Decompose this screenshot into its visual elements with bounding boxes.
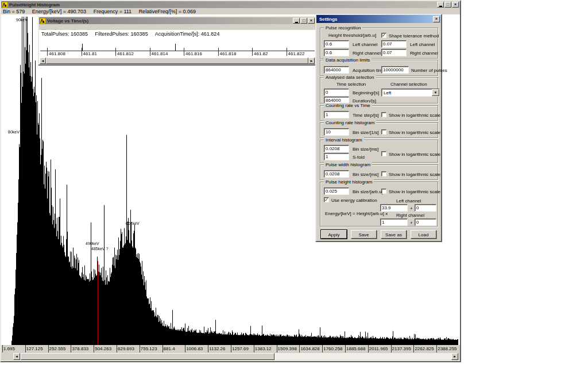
load-button[interactable]: Load: [411, 230, 436, 239]
height-threshold-label: Height threshold/[arb.u]: [328, 33, 376, 38]
x-axis-tick: [2, 345, 3, 352]
crh-bin-size-input[interactable]: [324, 128, 349, 136]
group-analysed-data: Analysed data selection Time selection C…: [320, 77, 438, 103]
height-threshold-right-input[interactable]: [324, 49, 349, 56]
voltage-axis-label: 461.818: [220, 51, 237, 56]
voltage-content: TotalPulses: 160385 FilteredPulses: 1603…: [39, 30, 316, 64]
group-pulse-width-histogram: Pulse width histogram Bin size/[ms] Show…: [320, 164, 438, 180]
check-icon: ✓: [381, 33, 386, 38]
save-button[interactable]: Save: [351, 230, 377, 239]
x-axis-tick-label: 127.125: [26, 346, 43, 351]
sfold-input[interactable]: [324, 153, 349, 160]
scrollbar-track[interactable]: [274, 353, 451, 360]
tolerance-left-input[interactable]: [381, 40, 407, 48]
group-data-acquisition: Data acquisition limits Acquisition time…: [320, 60, 438, 76]
x-axis-tick: [254, 345, 254, 352]
checkbox-box: [381, 112, 386, 117]
x-axis-tick: [185, 345, 185, 352]
voltage-h-scrollbar[interactable]: ◄ ►: [40, 57, 315, 64]
sfold-label: S-fold: [353, 155, 365, 160]
cal-right-mult-input[interactable]: [380, 218, 408, 226]
pwh-bin-size-input[interactable]: [324, 170, 349, 178]
crh-bin-size-label: Bin size/[1/s]: [353, 130, 378, 135]
cal-left-add-input[interactable]: [415, 204, 436, 212]
cal-right-add-input[interactable]: [415, 218, 436, 226]
pulse-mark: [175, 44, 176, 51]
checkbox-box: [381, 189, 386, 194]
tol-left-channel-label: Left channel: [410, 42, 435, 47]
energy-calibration-checkbox[interactable]: ✓ Use energy calibration: [324, 197, 377, 203]
height-threshold-left-input[interactable]: [324, 40, 349, 48]
crt-log-checkbox[interactable]: Show in logarithmic scale: [381, 112, 440, 118]
x-axis-tick: [117, 345, 117, 352]
voltage-scroll-right-icon[interactable]: ►: [308, 57, 315, 64]
minimize-icon[interactable]: [437, 2, 444, 7]
checkbox-box: [381, 151, 386, 156]
plus-label: +: [410, 206, 413, 211]
time-step-label: Time step/[s]: [353, 113, 379, 118]
voltage-axis-tick: [150, 48, 150, 56]
ih-bin-size-input[interactable]: [324, 145, 349, 152]
x-axis-tick-label: 755.123: [141, 346, 157, 351]
voltage-scroll-left-icon[interactable]: ◄: [40, 57, 46, 64]
scrollbar-thumb[interactable]: [21, 353, 274, 360]
voltage-window-title: Voltage vs Time/(s): [47, 18, 88, 24]
group-interval-histogram: Interval histogram Bin size/[ms] S-fold …: [320, 140, 438, 163]
voltage-app-icon: [40, 18, 45, 24]
time-step-input[interactable]: [324, 111, 349, 118]
phh-log-checkbox[interactable]: Show in logarithmic scale: [381, 189, 440, 194]
x-axis-tick-label: 2137.395: [392, 346, 411, 351]
voltage-restore-icon[interactable]: □: [300, 18, 307, 24]
group-counting-rate-histogram: Counting rate histogram Bin size/[1/s] S…: [320, 122, 438, 138]
x-axis-tick-label: 1760.258: [323, 346, 342, 351]
settings-titlebar[interactable]: Settings ×: [316, 15, 441, 23]
acquisition-time-input[interactable]: [324, 66, 349, 74]
left-channel-label: Left channel: [353, 42, 378, 47]
x-axis-tick: [231, 345, 231, 352]
x-axis-tick: [391, 345, 392, 352]
x-axis-tick-label: 1383.12: [255, 346, 272, 351]
ih-log-checkbox[interactable]: Show in logarithmic scale: [381, 151, 440, 157]
voltage-axis-tick: [218, 48, 219, 56]
channel-select-dropdown[interactable]: Left ▼: [381, 89, 440, 97]
shape-tolerance-checkbox[interactable]: ✓ Shape tolerance method: [381, 33, 439, 39]
phh-bin-size-input[interactable]: [324, 187, 349, 195]
voltage-minimize-icon[interactable]: [293, 18, 300, 24]
apply-button[interactable]: Apply: [321, 230, 347, 239]
voltage-titlebar[interactable]: Voltage vs Time/(s) □ ×: [39, 17, 316, 24]
voltage-window: Voltage vs Time/(s) □ × FileActionViewHe…: [38, 16, 317, 66]
main-titlebar[interactable]: PulseHeight Histogram □ ×: [1, 1, 460, 8]
tolerance-right-input[interactable]: [381, 49, 407, 56]
number-of-pulses-input[interactable]: [381, 66, 409, 74]
app-icon: [2, 2, 7, 7]
x-axis-tick: [140, 345, 140, 352]
x-axis-tick-label: 1257.69: [232, 346, 249, 351]
pwh-log-checkbox[interactable]: Show in logarithmic scale: [381, 171, 440, 177]
group-title: Interval histogram: [324, 137, 364, 143]
scroll-left-icon[interactable]: ◄: [13, 353, 20, 360]
restore-icon[interactable]: □: [444, 2, 451, 7]
save-as-button[interactable]: Save as: [381, 230, 407, 239]
x-axis-tick-label: 378.833: [72, 346, 88, 351]
chevron-down-icon[interactable]: ▼: [432, 89, 439, 96]
x-axis-tick-label: 1.695: [3, 346, 15, 351]
checkbox-box: [381, 129, 386, 135]
voltage-axis-label: 461.82: [254, 51, 268, 56]
main-h-scrollbar[interactable]: ◄ ►: [1, 352, 460, 361]
status-energy: Energy/[keV] = 490.703: [32, 9, 86, 14]
close-icon[interactable]: ×: [452, 2, 459, 7]
voltage-scrollbar-thumb[interactable]: [46, 57, 308, 64]
x-axis-tick: [368, 345, 369, 352]
x-axis-tick: [48, 345, 49, 352]
main-window-title: PulseHeight Histogram: [9, 2, 60, 7]
settings-close-icon[interactable]: ×: [433, 16, 440, 22]
voltage-menubar: FileActionViewHelp: [39, 24, 316, 30]
cal-left-channel-label: Left channel: [396, 198, 421, 204]
x-axis-tick: [345, 345, 346, 352]
x-axis-tick-label: 1509.398: [278, 346, 297, 351]
group-title: Pulse recognition: [324, 25, 362, 30]
beginning-input[interactable]: [324, 89, 349, 96]
crh-log-checkbox[interactable]: Show in logarithmic scale: [381, 129, 440, 135]
voltage-close-icon[interactable]: ×: [308, 18, 315, 24]
scroll-right-icon[interactable]: ►: [451, 353, 458, 360]
